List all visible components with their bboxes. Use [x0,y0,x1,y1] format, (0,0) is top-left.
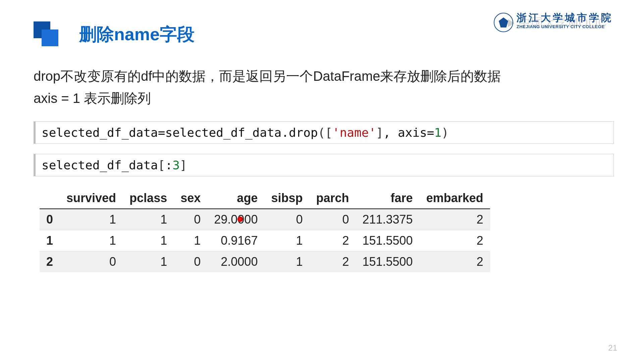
col-age: age [207,188,264,209]
dataframe-table: survived pclass sex age sibsp parch fare… [40,188,490,272]
table-row: 0 1 1 0 29.0000 0 0 211.3375 2 [40,209,490,230]
col-sex: sex [174,188,207,209]
table-header-row: survived pclass sex age sibsp parch fare… [40,188,490,209]
logo-cn-text: 浙江大学城市学院 [517,13,613,23]
col-embarked: embarked [420,188,490,209]
slide-title: 删除name字段 [79,23,195,46]
table-row: 2 0 1 0 2.0000 1 2 151.5500 2 [40,251,490,273]
body-line-2: axis = 1 表示删除列 [34,87,614,109]
code-cell-2: selected_df_data[:3] [34,154,614,176]
title-bullet-icon [34,21,60,48]
col-sibsp: sibsp [264,188,309,209]
logo-en-text: ZHEJIANG UNIVERSITY CITY COLLEGE [517,24,613,29]
body-text: drop不改变原有的df中的数据，而是返回另一个DataFrame来存放删除后的… [34,65,614,109]
pointer-dot-icon [237,217,243,222]
body-line-1: drop不改变原有的df中的数据，而是返回另一个DataFrame来存放删除后的… [34,65,614,87]
logo-seal-icon [494,13,513,32]
table-row: 1 1 1 1 0.9167 1 2 151.5500 2 [40,230,490,251]
col-pclass: pclass [123,188,174,209]
page-number: 21 [608,343,617,353]
col-index [40,188,60,209]
university-logo: 浙江大学城市学院 ZHEJIANG UNIVERSITY CITY COLLEG… [494,13,613,32]
col-parch: parch [309,188,356,209]
code-cell-1: selected_df_data=selected_df_data.drop([… [34,121,614,144]
col-fare: fare [356,188,419,209]
col-survived: survived [60,188,123,209]
